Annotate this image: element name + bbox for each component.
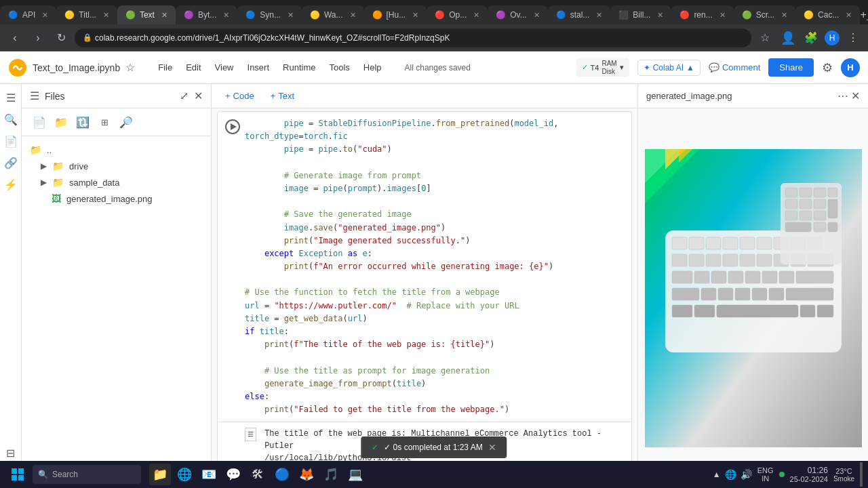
tab-close[interactable]: ✕ bbox=[288, 11, 294, 20]
keyboard-lang[interactable]: ENG IN bbox=[757, 466, 774, 483]
taskbar-app-2[interactable]: 🌐 bbox=[174, 464, 195, 485]
ram-indicator[interactable]: ✓ T4 RAM Disk ▾ bbox=[576, 58, 629, 77]
run-cell-button[interactable] bbox=[223, 117, 242, 136]
file-icon[interactable]: 📄 bbox=[3, 133, 19, 149]
start-button[interactable] bbox=[5, 462, 30, 487]
user-avatar[interactable]: H bbox=[841, 58, 860, 77]
image-panel-close-icon[interactable]: ✕ bbox=[851, 89, 860, 102]
tab-close[interactable]: ✕ bbox=[42, 11, 48, 20]
tab-close[interactable]: ✕ bbox=[350, 11, 356, 20]
more-options-icon[interactable]: ⋮ bbox=[844, 28, 863, 47]
taskbar-app-3[interactable]: 📧 bbox=[198, 464, 220, 485]
new-tab-button[interactable]: + bbox=[860, 5, 866, 24]
extension-icon[interactable]: 🧩 bbox=[802, 28, 821, 47]
tab-op[interactable]: 🔴 Op... ✕ bbox=[427, 5, 488, 24]
new-file-icon[interactable]: 📄 bbox=[30, 113, 49, 131]
svg-rect-44 bbox=[814, 188, 826, 197]
profile-icon[interactable]: 👤 bbox=[778, 28, 797, 47]
tab-byt[interactable]: 🟣 Byt... ✕ bbox=[176, 5, 237, 24]
menu-view[interactable]: View bbox=[208, 60, 241, 75]
tab-close[interactable]: ✕ bbox=[103, 11, 109, 20]
menu-help[interactable]: Help bbox=[357, 60, 389, 75]
tab-cac[interactable]: 🟡 Cac... ✕ bbox=[795, 5, 860, 24]
notebook-name[interactable]: Text_to_Image.ipynb bbox=[33, 62, 120, 73]
tab-stal[interactable]: 🔵 stal... ✕ bbox=[548, 5, 611, 24]
tab-close[interactable]: ✕ bbox=[719, 11, 726, 20]
taskbar-app-4[interactable]: 💬 bbox=[222, 464, 244, 485]
tab-close[interactable]: ✕ bbox=[781, 11, 787, 20]
new-folder-icon[interactable]: 📁 bbox=[52, 113, 71, 131]
tab-wa[interactable]: 🟡 Wa... ✕ bbox=[302, 5, 364, 24]
taskbar-app-7[interactable]: 🦊 bbox=[296, 464, 317, 485]
tab-close[interactable]: ✕ bbox=[534, 11, 540, 20]
add-code-button[interactable]: + Code bbox=[220, 88, 260, 104]
tab-close[interactable]: ✕ bbox=[657, 11, 663, 20]
image-panel-more-icon[interactable]: ⋯ bbox=[837, 89, 848, 102]
tab-syn[interactable]: 🔵 Syn... ✕ bbox=[237, 5, 302, 24]
tab-close[interactable]: ✕ bbox=[161, 11, 167, 20]
add-text-button[interactable]: + Text bbox=[265, 88, 300, 104]
sidebar-menu-icon[interactable]: ☰ bbox=[30, 89, 39, 102]
tab-close[interactable]: ✕ bbox=[846, 11, 852, 20]
share-button[interactable]: Share bbox=[768, 58, 814, 77]
list-item[interactable]: ▶ 📁 drive bbox=[22, 158, 211, 174]
taskbar-app-6[interactable]: 🔵 bbox=[271, 464, 293, 485]
sidebar-expand-icon[interactable]: ⤢ bbox=[180, 89, 189, 102]
tab-close[interactable]: ✕ bbox=[412, 11, 418, 20]
tab-close[interactable]: ✕ bbox=[223, 11, 229, 20]
tab-hu[interactable]: 🟠 [Hu... ✕ bbox=[364, 5, 427, 24]
terminal-icon[interactable]: ⊟ bbox=[3, 445, 19, 461]
taskbar-icon-1: 📁 bbox=[153, 467, 167, 482]
tab-ren[interactable]: 🔴 ren... ✕ bbox=[671, 5, 733, 24]
svg-rect-17 bbox=[757, 254, 772, 266]
tab-bill[interactable]: ⬛ Bill... ✕ bbox=[610, 5, 671, 24]
link-icon[interactable]: 🔗 bbox=[3, 155, 19, 171]
refresh-button[interactable]: ↻ bbox=[52, 28, 71, 47]
output-icon[interactable]: ☰ bbox=[245, 428, 256, 441]
menu-file[interactable]: File bbox=[151, 60, 179, 75]
list-item[interactable]: ▶ 📁 sample_data bbox=[22, 174, 211, 190]
back-button[interactable]: ‹ bbox=[5, 28, 24, 47]
tab-close[interactable]: ✕ bbox=[596, 11, 602, 20]
tab-scr[interactable]: 🟢 Scr... ✕ bbox=[734, 5, 795, 24]
taskbar-search-box[interactable]: 🔍 Search bbox=[33, 465, 141, 484]
tab-titl[interactable]: 🟡 Titl... ✕ bbox=[56, 5, 117, 24]
taskbar-app-9[interactable]: 💻 bbox=[344, 464, 366, 485]
tab-api[interactable]: 🔵 API ✕ bbox=[0, 5, 56, 24]
bookmark-icon[interactable]: ☆ bbox=[755, 28, 774, 47]
comment-button[interactable]: 💬 Comment bbox=[709, 62, 760, 73]
address-bar[interactable]: 🔒 colab.research.google.com/drive/1_AIxp… bbox=[75, 28, 751, 47]
filter-icon[interactable]: 🔎 bbox=[117, 113, 136, 131]
notification-icon[interactable]: ▲ bbox=[713, 470, 721, 479]
list-item[interactable]: 🖼 generated_image.png bbox=[22, 190, 211, 207]
tab-ov[interactable]: 🟣 Ov... ✕ bbox=[488, 5, 547, 24]
tab-favicon: 🔴 bbox=[435, 10, 445, 20]
forward-button[interactable]: › bbox=[28, 28, 47, 47]
taskbar-app-5[interactable]: 🛠 bbox=[247, 464, 269, 485]
menu-insert[interactable]: Insert bbox=[241, 60, 277, 75]
refresh-files-icon[interactable]: 🔃 bbox=[73, 113, 92, 131]
settings-icon[interactable]: ⚙ bbox=[822, 60, 833, 75]
volume-icon[interactable]: 🔊 bbox=[741, 469, 752, 480]
menu-tools[interactable]: Tools bbox=[322, 60, 356, 75]
tab-text[interactable]: 🟢 Text ✕ bbox=[117, 5, 176, 24]
h-icon[interactable]: H bbox=[825, 30, 840, 45]
variable-icon[interactable]: ⚡ bbox=[3, 176, 19, 192]
mount-icon[interactable]: ⊞ bbox=[95, 113, 114, 131]
search-icon[interactable]: 🔍 bbox=[3, 111, 19, 127]
sidebar-close-icon[interactable]: ✕ bbox=[194, 89, 203, 102]
menu-runtime[interactable]: Runtime bbox=[276, 60, 322, 75]
toast-close-button[interactable]: ✕ bbox=[488, 442, 496, 453]
star-icon[interactable]: ☆ bbox=[125, 61, 135, 74]
comment-icon: 💬 bbox=[709, 62, 719, 73]
tab-close[interactable]: ✕ bbox=[473, 11, 479, 20]
menu-edit[interactable]: Edit bbox=[179, 60, 208, 75]
network-icon[interactable]: 🌐 bbox=[725, 469, 736, 480]
show-desktop-button[interactable] bbox=[860, 462, 863, 487]
taskbar-app-1[interactable]: 📁 bbox=[149, 464, 171, 485]
colab-ai-button[interactable]: ✦ Colab AI ▲ bbox=[637, 60, 701, 76]
hamburger-icon[interactable]: ☰ bbox=[3, 89, 19, 106]
taskbar-app-8[interactable]: 🎵 bbox=[320, 464, 342, 485]
svg-rect-48 bbox=[814, 199, 826, 209]
list-item[interactable]: 📁 .. bbox=[22, 142, 211, 158]
